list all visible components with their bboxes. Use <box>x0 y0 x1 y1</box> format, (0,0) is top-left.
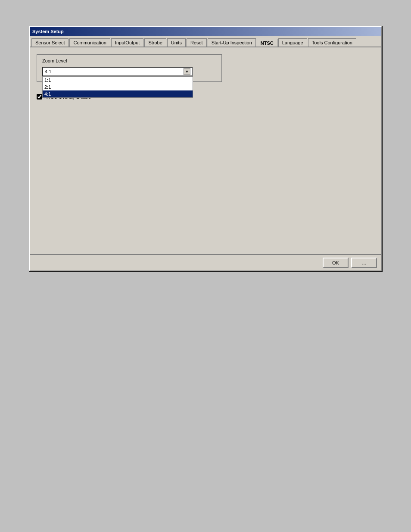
ntsc-overlay-checkbox[interactable] <box>37 94 42 100</box>
tab-units[interactable]: Units <box>167 38 186 47</box>
dialog-footer: OK ... <box>30 254 381 271</box>
title-bar: System Setup <box>30 27 381 36</box>
tab-sensor-select[interactable]: Sensor Select <box>31 38 68 47</box>
dialog-window: System Setup Sensor Select Communication… <box>29 26 382 271</box>
tab-strobe[interactable]: Strobe <box>144 38 166 47</box>
zoom-level-dropdown[interactable]: 4:1 ▼ <box>42 67 193 76</box>
dialog-title: System Setup <box>32 29 379 34</box>
tab-reset[interactable]: Reset <box>187 38 207 47</box>
ok-button[interactable]: OK <box>323 258 349 268</box>
tab-inputoutput[interactable]: InputOutput <box>111 38 144 47</box>
zoom-option-2-1[interactable]: 2:1 <box>43 84 193 90</box>
zoom-option-4-1[interactable]: 4:1 <box>43 90 193 97</box>
tab-tools-configuration[interactable]: Tools Configuration <box>308 38 356 47</box>
tabs-container: Sensor Select Communication InputOutput … <box>30 36 381 47</box>
cancel-button[interactable]: ... <box>351 258 377 268</box>
zoom-level-selected-value: 4:1 <box>45 69 51 74</box>
zoom-level-dropdown-list: 1:1 2:1 4:1 <box>42 76 193 98</box>
tab-ntsc[interactable]: NTSC <box>257 39 277 47</box>
tab-language[interactable]: Language <box>278 38 307 47</box>
dropdown-arrow-icon[interactable]: ▼ <box>184 68 190 75</box>
zoom-level-dropdown-wrapper: 4:1 ▼ 1:1 2:1 4:1 <box>42 67 193 76</box>
zoom-level-legend: Zoom Level <box>42 58 216 63</box>
ntsc-tab-content: Zoom Level 4:1 ▼ 1:1 2:1 4:1 <box>30 47 381 254</box>
zoom-option-1-1[interactable]: 1:1 <box>43 77 193 84</box>
tab-communication[interactable]: Communication <box>69 38 110 47</box>
zoom-level-group: Zoom Level 4:1 ▼ 1:1 2:1 4:1 <box>37 54 222 82</box>
tab-startup-inspection[interactable]: Start-Up Inspection <box>208 38 256 47</box>
